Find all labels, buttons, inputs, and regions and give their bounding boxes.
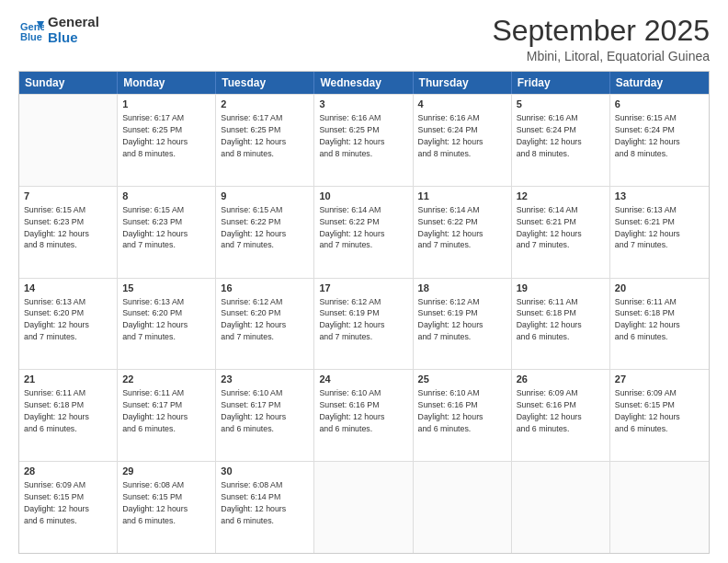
calendar-cell: 13Sunrise: 6:13 AM Sunset: 6:21 PM Dayli… [610,187,709,278]
calendar-cell: 27Sunrise: 6:09 AM Sunset: 6:15 PM Dayli… [610,370,709,461]
day-number: 17 [319,282,407,295]
weekday-header-monday: Monday [118,72,216,94]
weekday-header-wednesday: Wednesday [314,72,413,94]
calendar-cell: 9Sunrise: 6:15 AM Sunset: 6:22 PM Daylig… [216,187,314,278]
calendar-row-0: 1Sunrise: 6:17 AM Sunset: 6:25 PM Daylig… [19,94,709,186]
day-number: 26 [517,373,605,386]
day-number: 9 [221,190,309,203]
cell-details: Sunrise: 6:09 AM Sunset: 6:16 PM Dayligh… [517,388,582,433]
day-number: 29 [122,465,210,478]
cell-details: Sunrise: 6:10 AM Sunset: 6:16 PM Dayligh… [319,388,384,433]
calendar-cell: 18Sunrise: 6:12 AM Sunset: 6:19 PM Dayli… [414,279,512,370]
calendar-row-1: 7Sunrise: 6:15 AM Sunset: 6:23 PM Daylig… [19,186,709,278]
calendar-cell: 22Sunrise: 6:11 AM Sunset: 6:17 PM Dayli… [118,370,216,461]
calendar-cell [610,462,709,553]
calendar-cell: 25Sunrise: 6:10 AM Sunset: 6:16 PM Dayli… [414,370,512,461]
calendar-cell: 30Sunrise: 6:08 AM Sunset: 6:14 PM Dayli… [216,462,314,553]
day-number: 8 [122,190,210,203]
location: Mbini, Litoral, Equatorial Guinea [492,49,710,63]
cell-details: Sunrise: 6:09 AM Sunset: 6:15 PM Dayligh… [24,480,89,525]
cell-details: Sunrise: 6:15 AM Sunset: 6:22 PM Dayligh… [221,205,286,250]
day-number: 24 [319,373,407,386]
cell-details: Sunrise: 6:17 AM Sunset: 6:25 PM Dayligh… [122,113,188,158]
day-number: 3 [319,98,407,111]
calendar-cell: 14Sunrise: 6:13 AM Sunset: 6:20 PM Dayli… [19,279,118,370]
day-number: 14 [24,282,112,295]
day-number: 11 [418,190,506,203]
calendar-cell: 24Sunrise: 6:10 AM Sunset: 6:16 PM Dayli… [314,370,413,461]
cell-details: Sunrise: 6:15 AM Sunset: 6:23 PM Dayligh… [122,205,188,250]
calendar-cell: 19Sunrise: 6:11 AM Sunset: 6:18 PM Dayli… [512,279,610,370]
cell-details: Sunrise: 6:15 AM Sunset: 6:23 PM Dayligh… [24,205,89,250]
day-number: 5 [517,98,605,111]
calendar-row-2: 14Sunrise: 6:13 AM Sunset: 6:20 PM Dayli… [19,278,709,370]
calendar-cell: 20Sunrise: 6:11 AM Sunset: 6:18 PM Dayli… [610,279,709,370]
day-number: 1 [122,98,210,111]
cell-details: Sunrise: 6:11 AM Sunset: 6:18 PM Dayligh… [517,297,582,342]
cell-details: Sunrise: 6:13 AM Sunset: 6:20 PM Dayligh… [122,297,188,342]
calendar-body: 1Sunrise: 6:17 AM Sunset: 6:25 PM Daylig… [19,94,709,553]
calendar-cell: 4Sunrise: 6:16 AM Sunset: 6:24 PM Daylig… [414,95,512,186]
calendar-cell: 16Sunrise: 6:12 AM Sunset: 6:20 PM Dayli… [216,279,314,370]
calendar-row-3: 21Sunrise: 6:11 AM Sunset: 6:18 PM Dayli… [19,369,709,461]
day-number: 19 [517,282,605,295]
weekday-header-tuesday: Tuesday [216,72,314,94]
day-number: 28 [24,465,112,478]
cell-details: Sunrise: 6:12 AM Sunset: 6:20 PM Dayligh… [221,297,286,342]
day-number: 7 [24,190,112,203]
weekday-header-thursday: Thursday [414,72,512,94]
cell-details: Sunrise: 6:12 AM Sunset: 6:19 PM Dayligh… [319,297,384,342]
logo-icon: General Blue [18,17,44,43]
calendar-cell: 5Sunrise: 6:16 AM Sunset: 6:24 PM Daylig… [512,95,610,186]
day-number: 27 [615,373,704,386]
title-block: September 2025 Mbini, Litoral, Equatoria… [492,15,710,63]
cell-details: Sunrise: 6:11 AM Sunset: 6:17 PM Dayligh… [122,388,188,433]
calendar-cell: 26Sunrise: 6:09 AM Sunset: 6:16 PM Dayli… [512,370,610,461]
weekday-header-saturday: Saturday [610,72,709,94]
calendar-cell: 15Sunrise: 6:13 AM Sunset: 6:20 PM Dayli… [118,279,216,370]
day-number: 20 [615,282,704,295]
cell-details: Sunrise: 6:10 AM Sunset: 6:17 PM Dayligh… [221,388,286,433]
calendar-cell: 1Sunrise: 6:17 AM Sunset: 6:25 PM Daylig… [118,95,216,186]
cell-details: Sunrise: 6:16 AM Sunset: 6:24 PM Dayligh… [418,113,483,158]
calendar-cell [314,462,413,553]
calendar-row-4: 28Sunrise: 6:09 AM Sunset: 6:15 PM Dayli… [19,461,709,553]
calendar-cell: 17Sunrise: 6:12 AM Sunset: 6:19 PM Dayli… [314,279,413,370]
day-number: 25 [418,373,506,386]
logo: General Blue General Blue [18,15,99,45]
day-number: 22 [122,373,210,386]
logo-line2: Blue [48,30,99,46]
calendar-cell: 3Sunrise: 6:16 AM Sunset: 6:25 PM Daylig… [314,95,413,186]
calendar-cell: 6Sunrise: 6:15 AM Sunset: 6:24 PM Daylig… [610,95,709,186]
cell-details: Sunrise: 6:10 AM Sunset: 6:16 PM Dayligh… [418,388,483,433]
cell-details: Sunrise: 6:12 AM Sunset: 6:19 PM Dayligh… [418,297,483,342]
day-number: 10 [319,190,407,203]
cell-details: Sunrise: 6:16 AM Sunset: 6:25 PM Dayligh… [319,113,384,158]
day-number: 16 [221,282,309,295]
cell-details: Sunrise: 6:16 AM Sunset: 6:24 PM Dayligh… [517,113,582,158]
day-number: 4 [418,98,506,111]
cell-details: Sunrise: 6:09 AM Sunset: 6:15 PM Dayligh… [615,388,680,433]
calendar-cell: 2Sunrise: 6:17 AM Sunset: 6:25 PM Daylig… [216,95,314,186]
calendar-cell: 7Sunrise: 6:15 AM Sunset: 6:23 PM Daylig… [19,187,118,278]
cell-details: Sunrise: 6:11 AM Sunset: 6:18 PM Dayligh… [24,388,89,433]
calendar-cell [512,462,610,553]
cell-details: Sunrise: 6:17 AM Sunset: 6:25 PM Dayligh… [221,113,286,158]
calendar-cell: 28Sunrise: 6:09 AM Sunset: 6:15 PM Dayli… [19,462,118,553]
calendar-cell [19,95,118,186]
weekday-header-sunday: Sunday [19,72,118,94]
calendar-header: SundayMondayTuesdayWednesdayThursdayFrid… [19,72,709,94]
calendar-cell: 11Sunrise: 6:14 AM Sunset: 6:22 PM Dayli… [414,187,512,278]
svg-text:Blue: Blue [20,31,42,42]
cell-details: Sunrise: 6:14 AM Sunset: 6:22 PM Dayligh… [319,205,384,250]
calendar-cell: 8Sunrise: 6:15 AM Sunset: 6:23 PM Daylig… [118,187,216,278]
day-number: 13 [615,190,704,203]
calendar-cell [414,462,512,553]
cell-details: Sunrise: 6:15 AM Sunset: 6:24 PM Dayligh… [615,113,680,158]
day-number: 12 [517,190,605,203]
cell-details: Sunrise: 6:14 AM Sunset: 6:21 PM Dayligh… [517,205,582,250]
weekday-header-friday: Friday [512,72,610,94]
calendar-cell: 29Sunrise: 6:08 AM Sunset: 6:15 PM Dayli… [118,462,216,553]
calendar-cell: 21Sunrise: 6:11 AM Sunset: 6:18 PM Dayli… [19,370,118,461]
cell-details: Sunrise: 6:11 AM Sunset: 6:18 PM Dayligh… [615,297,680,342]
